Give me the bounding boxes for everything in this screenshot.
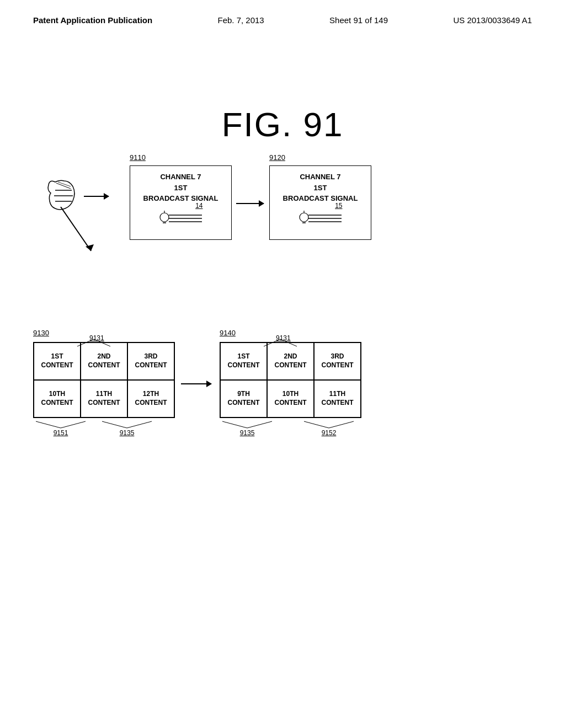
- label-9140: 9140: [220, 329, 236, 337]
- box-9120-text: CHANNEL 7 1ST BROADCAST SIGNAL: [283, 172, 358, 204]
- cell-11th-content-r: 11THCONTENT: [314, 380, 361, 417]
- cell-1st-content: 1STCONTENT: [34, 342, 81, 380]
- remote-area: [44, 176, 83, 220]
- label-9135-left-group: 9135: [99, 420, 154, 437]
- brace-9151: [33, 420, 88, 429]
- cell-10th-content: 10THCONTENT: [34, 380, 81, 417]
- label-9151: 9151: [54, 429, 68, 437]
- box-9110: 9110 CHANNEL 7 1ST BROADCAST SIGNAL 14: [130, 165, 232, 240]
- label-9120: 9120: [269, 153, 285, 162]
- device-label-14: 14: [195, 202, 202, 210]
- tv-icon-9110: 14: [159, 211, 203, 228]
- brace-9152: [301, 420, 356, 429]
- sublabel-9131-left: 9131: [77, 336, 110, 349]
- page-header: Patent Application Publication Feb. 7, 2…: [0, 15, 565, 25]
- sheet-label: Sheet 91 of 149: [329, 15, 388, 25]
- cell-9th-content: 9THCONTENT: [220, 380, 267, 417]
- label-9135-right-group: 9135: [220, 420, 275, 437]
- box-9120: 9120 CHANNEL 7 1ST BROADCAST SIGNAL 15: [269, 165, 371, 240]
- tv-svg-9120: [299, 211, 343, 226]
- brace-9135-right: [220, 420, 275, 429]
- label-9152-group: 9152: [301, 420, 356, 437]
- box-9110-text: CHANNEL 7 1ST BROADCAST SIGNAL: [143, 172, 218, 204]
- label-9135-left: 9135: [120, 429, 135, 437]
- cell-12th-content: 12THCONTENT: [127, 380, 174, 417]
- label-9135-right: 9135: [240, 429, 255, 437]
- grid-9140-container: 9140 9131 1STCONTENT 2NDCONTENT 3RDCONTE…: [220, 342, 361, 420]
- arrow-grid-to-grid: [181, 383, 211, 384]
- cell-11th-content: 11THCONTENT: [81, 380, 127, 417]
- brace-9135-left: [99, 420, 154, 429]
- cell-10th-content-r: 10THCONTENT: [267, 380, 314, 417]
- label-9152: 9152: [322, 429, 337, 437]
- patent-label: US 2013/0033649 A1: [453, 15, 532, 25]
- label-9151-group: 9151: [33, 420, 88, 437]
- sublabel-9131-right: 9131: [264, 336, 297, 350]
- label-9110: 9110: [130, 153, 146, 162]
- cell-3rd-content: 3RDCONTENT: [127, 342, 174, 380]
- svg-point-13: [300, 213, 308, 222]
- svg-line-5: [61, 207, 91, 251]
- grid-9130-container: 9130 9131 1STCONTENT 2NDCONTENT 3RDCONTE…: [33, 342, 175, 420]
- fig-title: FIG. 91: [222, 105, 344, 144]
- diagonal-arrow-icon: [55, 207, 99, 256]
- svg-point-7: [160, 213, 169, 222]
- tv-svg-9110: [159, 211, 203, 226]
- arrow-remote-to-box: [84, 196, 109, 197]
- arrow-9110-to-9120: [236, 203, 264, 204]
- label-9130: 9130: [33, 329, 49, 337]
- device-label-15: 15: [335, 202, 342, 210]
- cell-1st-content-r: 1STCONTENT: [220, 342, 267, 380]
- grid-9130: 1STCONTENT 2NDCONTENT 3RDCONTENT 10THCON…: [33, 342, 175, 418]
- grid-9140: 1STCONTENT 2NDCONTENT 3RDCONTENT 9THCONT…: [220, 342, 361, 418]
- tv-icon-9120: 15: [299, 211, 343, 228]
- cell-3rd-content-r: 3RDCONTENT: [314, 342, 361, 380]
- publication-label: Patent Application Publication: [33, 15, 152, 25]
- date-label: Feb. 7, 2013: [217, 15, 264, 25]
